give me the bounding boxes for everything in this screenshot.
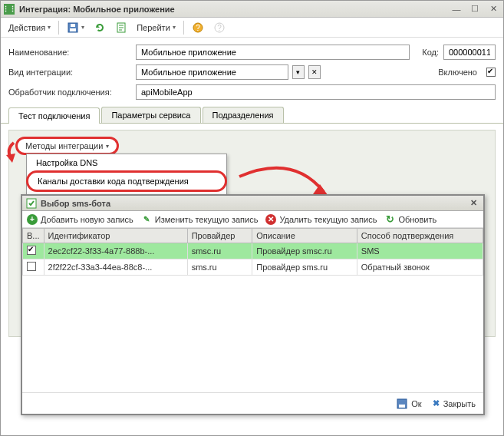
code-input[interactable] xyxy=(443,45,496,60)
menu-item-delivery-channels[interactable]: Каналы доставки кода подтверждения xyxy=(26,170,227,192)
data-grid[interactable]: В... Идентификатор Провайдер Описание Сп… xyxy=(22,228,483,392)
svg-rect-1 xyxy=(70,28,76,31)
help-icon[interactable]: ? xyxy=(189,20,207,35)
secondary-help-icon[interactable]: ? xyxy=(210,20,229,35)
kind-input[interactable] xyxy=(136,64,288,80)
tab-test-connection[interactable]: Тест подключения xyxy=(8,107,100,124)
col-id[interactable]: Идентификатор xyxy=(44,229,187,243)
col-method[interactable]: Способ подтверждения xyxy=(357,229,483,243)
tab-service-params[interactable]: Параметры сервиса xyxy=(101,107,200,123)
svg-rect-2 xyxy=(71,24,75,27)
app-icon: ⋮⋮ xyxy=(4,4,15,15)
grid-header-row: В... Идентификатор Провайдер Описание Сп… xyxy=(23,229,483,243)
cell-id: 2ec2cf22-3f33-4a77-888b-... xyxy=(44,243,187,259)
table-row[interactable]: 2f2f22cf-33a3-44ea-88c8-...sms.ruПровайд… xyxy=(23,259,483,276)
kind-dropdown-button[interactable]: ▾ xyxy=(292,65,305,79)
script-icon[interactable] xyxy=(112,20,130,35)
save-icon[interactable]: ▾ xyxy=(64,20,87,35)
kind-clear-button[interactable]: ✕ xyxy=(308,65,321,79)
annotation-arrow-icon xyxy=(3,141,26,164)
close-button[interactable]: ✖ Закрыть xyxy=(433,398,476,408)
cell-desc: Провайдер smsc.ru xyxy=(252,243,357,259)
integration-methods-dropdown[interactable]: Методы интеграции▾ xyxy=(15,137,119,155)
edit-record-button[interactable]: ✎Изменить текущую запись xyxy=(141,214,259,225)
col-provider[interactable]: Провайдер xyxy=(187,229,252,243)
name-label: Наименование: xyxy=(8,48,131,57)
refresh-icon[interactable] xyxy=(91,20,109,35)
svg-rect-10 xyxy=(399,405,405,408)
enabled-label: Включено xyxy=(333,68,478,77)
close-window-button[interactable]: ✕ xyxy=(486,3,500,15)
delete-record-button[interactable]: ✕Удалить текущую запись xyxy=(265,214,377,225)
tabs: Тест подключения Параметры сервиса Подра… xyxy=(1,102,503,124)
cell-provider: smsc.ru xyxy=(187,243,252,259)
svg-text:?: ? xyxy=(217,24,222,32)
close-icon: ✖ xyxy=(433,398,440,408)
modal-title: Выбор sms-бота xyxy=(41,199,110,208)
row-checkbox[interactable] xyxy=(27,246,36,255)
cell-method: Обратный звонок xyxy=(357,259,483,276)
sms-bot-modal: Выбор sms-бота ✕ +Добавить новую запись … xyxy=(21,194,485,415)
handler-label: Обработчик подключения: xyxy=(8,88,131,97)
actions-menu[interactable]: Действия▾ xyxy=(5,21,54,34)
window-title: Интеграция: Мобильное приложение xyxy=(19,5,445,14)
add-record-button[interactable]: +Добавить новую запись xyxy=(27,214,133,225)
code-label: Код: xyxy=(422,48,439,57)
save-small-icon xyxy=(397,398,407,409)
col-desc[interactable]: Описание xyxy=(252,229,357,243)
handler-row: Обработчик подключения: xyxy=(1,82,503,102)
goto-menu[interactable]: Перейти▾ xyxy=(133,21,179,34)
cell-id: 2f2f22cf-33a3-44ea-88c8-... xyxy=(44,259,187,276)
enabled-checkbox[interactable] xyxy=(486,68,496,77)
modal-toolbar: +Добавить новую запись ✎Изменить текущую… xyxy=(22,211,483,228)
select-icon xyxy=(26,198,37,209)
maximize-button[interactable]: ☐ xyxy=(468,3,482,15)
toolbar: Действия▾ ▾ Перейти▾ ? ? xyxy=(1,18,503,38)
col-checked[interactable]: В... xyxy=(23,229,44,243)
cell-desc: Провайдер sms.ru xyxy=(252,259,357,276)
titlebar: ⋮⋮ Интеграция: Мобильное приложение — ☐ … xyxy=(1,1,503,18)
tab-departments[interactable]: Подразделения xyxy=(203,107,284,123)
row-checkbox[interactable] xyxy=(27,262,36,271)
minimize-button[interactable]: — xyxy=(450,3,463,15)
modal-titlebar: Выбор sms-бота ✕ xyxy=(22,196,483,211)
cell-method: SMS xyxy=(357,243,483,259)
svg-text:?: ? xyxy=(196,24,200,32)
kind-row: Вид интеграции: ▾ ✕ Включено xyxy=(1,62,503,82)
modal-footer: Ок ✖ Закрыть xyxy=(22,392,483,414)
ok-button[interactable]: Ок xyxy=(397,398,421,409)
modal-close-button[interactable]: ✕ xyxy=(467,197,479,210)
main-window: ⋮⋮ Интеграция: Мобильное приложение — ☐ … xyxy=(0,0,504,436)
name-row: Наименование: Код: xyxy=(1,42,503,62)
kind-label: Вид интеграции: xyxy=(8,68,131,77)
menu-item-dns[interactable]: Настройка DNS xyxy=(27,154,226,171)
name-input[interactable] xyxy=(136,45,410,60)
table-row[interactable]: 2ec2cf22-3f33-4a77-888b-...smsc.ruПровай… xyxy=(23,243,483,259)
cell-provider: sms.ru xyxy=(187,259,252,276)
refresh-button[interactable]: ↻Обновить xyxy=(384,214,436,225)
handler-input[interactable] xyxy=(136,84,496,100)
